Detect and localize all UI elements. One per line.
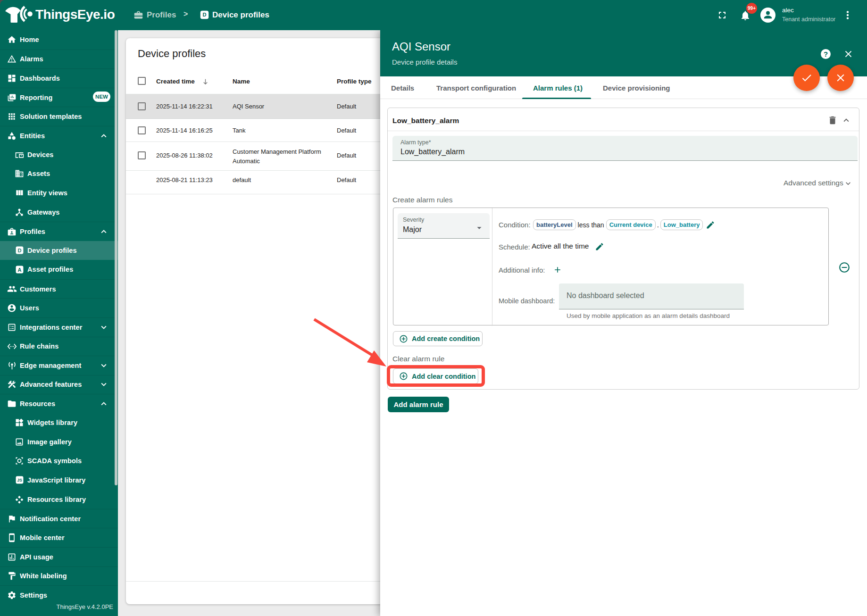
svg-text:JS: JS: [17, 478, 22, 483]
svg-text:D: D: [17, 248, 21, 253]
svg-text:D: D: [202, 12, 206, 17]
svg-text:A: A: [17, 267, 21, 273]
